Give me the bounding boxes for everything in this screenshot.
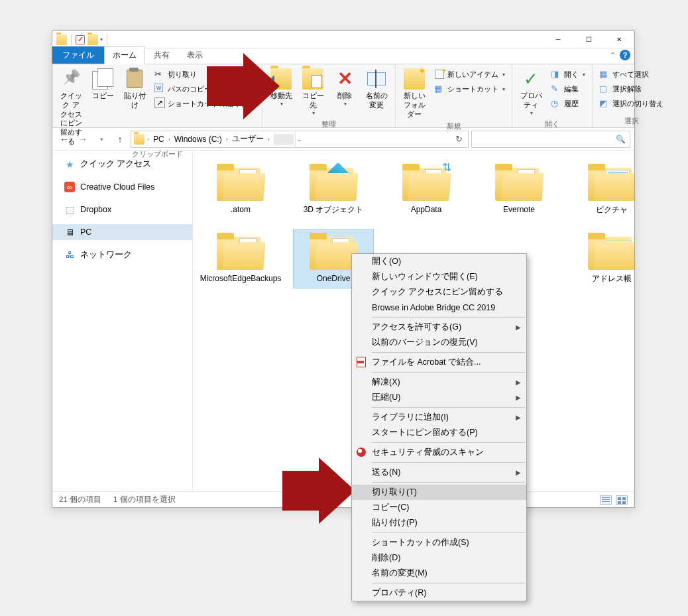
- context-menu-item[interactable]: コピー(C): [352, 500, 526, 515]
- up-button[interactable]: ↑: [112, 131, 128, 147]
- breadcrumb[interactable]: Windows (C:): [173, 135, 223, 144]
- maximize-button[interactable]: ☐: [573, 31, 604, 48]
- folder-item[interactable]: MicrosoftEdgeBackups: [201, 230, 280, 287]
- context-menu-item[interactable]: 切り取り(T): [352, 485, 526, 500]
- chevron-icon[interactable]: ›: [266, 136, 271, 143]
- nav-item-dropbox[interactable]: Dropbox: [52, 202, 192, 217]
- cut-button[interactable]: 切り取り: [152, 67, 258, 82]
- context-menu-item[interactable]: 送る(N)▶: [352, 465, 526, 480]
- nav-label: ネットワーク: [80, 249, 132, 261]
- context-menu-item[interactable]: 開く(O): [352, 254, 526, 269]
- group-label: 整理: [266, 118, 391, 129]
- properties-qat-icon[interactable]: [76, 35, 85, 44]
- folder-item[interactable]: ピクチャ: [572, 161, 634, 218]
- pc-icon: [64, 227, 75, 237]
- chevron-icon[interactable]: ›: [167, 136, 172, 143]
- context-menu-item[interactable]: ショートカットの作成(S): [352, 535, 526, 550]
- search-input[interactable]: 🔍: [471, 131, 630, 148]
- context-menu-item[interactable]: スタートにピン留めする(P): [352, 425, 526, 440]
- menu-label: クイック アクセスにピン留めする: [372, 286, 503, 298]
- ribbon-group-new: 新しい フォルダー 新しいアイテム▾ ショートカット▾ 新規: [396, 64, 512, 127]
- help-icon[interactable]: ?: [620, 50, 630, 60]
- folder-item[interactable]: アドレス帳: [572, 230, 634, 287]
- menu-label: ファイルを Acrobat で結合...: [372, 357, 481, 368]
- collapse-ribbon-icon[interactable]: ⌃: [610, 51, 616, 60]
- select-all-button[interactable]: すべて選択: [597, 67, 666, 82]
- explorer-window: ▾ ─ ☐ ✕ ファイル ホーム 共有 表示 ⌃ ? クイック アクセス にピン…: [52, 31, 635, 508]
- refresh-icon[interactable]: ↻: [453, 134, 465, 144]
- context-menu: 開く(O)新しいウィンドウで開く(E)クイック アクセスにピン留めするBrows…: [351, 253, 527, 601]
- breadcrumb[interactable]: PC: [152, 135, 166, 144]
- copy-path-button[interactable]: パスのコピー: [152, 82, 258, 96]
- history-button[interactable]: 履歴: [548, 96, 588, 111]
- context-menu-item[interactable]: 新しいウィンドウで開く(E): [352, 269, 526, 284]
- context-menu-item[interactable]: セキュリティ脅威のスキャン: [352, 445, 526, 460]
- folder-icon: [217, 233, 264, 270]
- context-menu-item[interactable]: Browse in Adobe Bridge CC 2019: [352, 300, 526, 315]
- breadcrumb[interactable]: ユーザー: [231, 133, 265, 145]
- delete-button[interactable]: 削除▾: [330, 67, 359, 109]
- qat-dropdown-icon[interactable]: ▾: [100, 36, 103, 42]
- view-large-icons-button[interactable]: [616, 495, 628, 505]
- edit-button[interactable]: 編集: [548, 82, 588, 96]
- context-menu-item[interactable]: 解凍(X)▶: [352, 375, 526, 390]
- recent-locations-button[interactable]: ▾: [93, 131, 109, 147]
- close-button[interactable]: ✕: [604, 31, 634, 48]
- paste-shortcut-button[interactable]: ショートカットの貼り付け: [152, 96, 258, 111]
- folder-item[interactable]: Evernote: [479, 161, 559, 218]
- paste-button[interactable]: 貼り付け: [120, 67, 149, 111]
- rename-button[interactable]: 名前の 変更: [362, 67, 391, 111]
- folder-icon: ⇅: [402, 164, 450, 201]
- chevron-icon[interactable]: ›: [225, 136, 229, 143]
- open-icon: [551, 69, 561, 80]
- new-item-button[interactable]: 新しいアイテム▾: [431, 67, 508, 82]
- new-folder-button[interactable]: 新しい フォルダー: [400, 67, 429, 120]
- crumb-label: PC: [153, 135, 164, 144]
- copy-icon: [92, 68, 113, 90]
- copyto-button[interactable]: コピー先▾: [298, 67, 327, 118]
- item-label: AppData: [411, 205, 442, 214]
- invert-selection-button[interactable]: 選択の切り替え: [597, 96, 666, 111]
- submenu-arrow-icon: ▶: [516, 469, 521, 476]
- copy-button[interactable]: コピー: [88, 67, 117, 102]
- context-menu-item[interactable]: 貼り付け(P): [352, 515, 526, 530]
- context-menu-item[interactable]: プロパティ(R): [352, 585, 526, 601]
- open-button[interactable]: 開く▾: [548, 67, 588, 82]
- context-menu-item[interactable]: ファイルを Acrobat で結合...: [352, 355, 526, 370]
- folder-item[interactable]: ⇅AppData: [386, 161, 466, 218]
- item-label: Evernote: [503, 205, 535, 214]
- properties-button[interactable]: プロパティ▾: [516, 67, 545, 118]
- context-menu-item[interactable]: ライブラリに追加(I)▶: [352, 410, 526, 425]
- newfolder-icon: [404, 68, 425, 90]
- label: 切り取り: [168, 70, 197, 80]
- view-details-button[interactable]: [600, 495, 612, 505]
- address-bar[interactable]: › PC › Windows (C:) › ユーザー › ⌄ ↻: [131, 131, 469, 148]
- label: 開く: [564, 70, 579, 80]
- nav-item-cc[interactable]: Creative Cloud Files: [52, 179, 192, 195]
- nav-item-star[interactable]: クイック アクセス: [52, 156, 192, 172]
- tab-home[interactable]: ホーム: [104, 46, 145, 64]
- newfolder-qat-icon[interactable]: [87, 34, 98, 45]
- easy-access-button[interactable]: ショートカット▾: [431, 82, 508, 96]
- tab-view[interactable]: 表示: [178, 46, 211, 64]
- tab-file[interactable]: ファイル: [52, 46, 104, 64]
- selection-count: 1 個の項目を選択: [113, 495, 176, 505]
- tab-share[interactable]: 共有: [145, 46, 178, 64]
- address-dropdown-icon[interactable]: ⌄: [295, 131, 304, 147]
- back-button[interactable]: ←: [56, 131, 72, 147]
- context-menu-item[interactable]: 以前のバージョンの復元(V): [352, 335, 526, 350]
- context-menu-item[interactable]: アクセスを許可する(G)▶: [352, 320, 526, 335]
- context-menu-item[interactable]: 圧縮(U)▶: [352, 390, 526, 405]
- nav-item-net[interactable]: ネットワーク: [52, 247, 192, 263]
- context-menu-item[interactable]: クイック アクセスにピン留めする: [352, 284, 526, 300]
- context-menu-item[interactable]: 名前の変更(M): [352, 566, 526, 581]
- folder-item[interactable]: 3D オブジェクト: [294, 161, 373, 218]
- nav-item-pc[interactable]: PC: [52, 224, 192, 240]
- context-menu-item[interactable]: 削除(D): [352, 550, 526, 566]
- select-none-button[interactable]: 選択解除: [597, 82, 666, 96]
- moveto-button[interactable]: 移動先▾: [266, 67, 296, 109]
- folder-item[interactable]: .atom: [201, 161, 280, 218]
- minimize-button[interactable]: ─: [543, 31, 573, 48]
- chevron-icon[interactable]: ›: [146, 136, 150, 143]
- forward-button[interactable]: →: [75, 131, 91, 147]
